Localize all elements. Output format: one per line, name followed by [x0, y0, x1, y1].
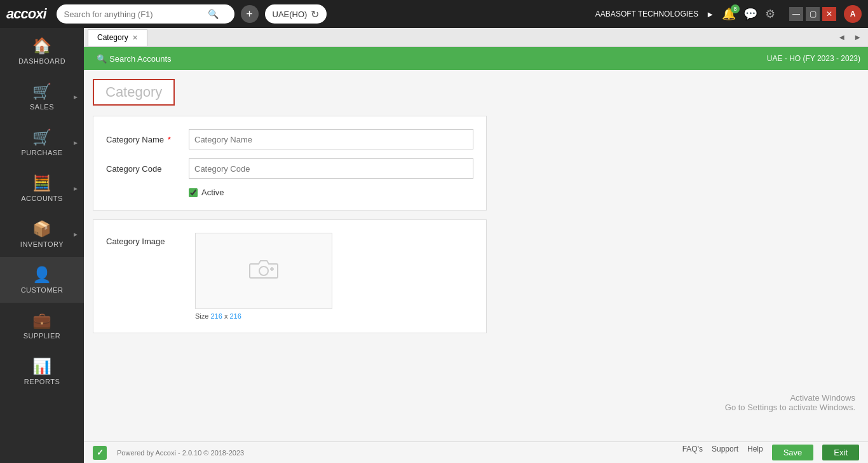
topbar-right: AABASOFT TECHNOLOGIES ► 🔔 8 💬 ⚙ — ▢ ✕ A: [595, 5, 862, 23]
window-controls[interactable]: — ▢ ✕: [789, 7, 836, 21]
footer: ✓ Powered by Accoxi - 2.0.10 © 2018-2023…: [84, 441, 868, 463]
tab-bar: Category ✕ ◄ ►: [84, 28, 868, 47]
image-size-value: 216: [210, 312, 222, 320]
purchase-icon: 🛒: [32, 128, 51, 146]
form-card: Category Name * Category Code Active: [93, 116, 487, 211]
sidebar-item-customer[interactable]: 👤 CUSTOMER: [0, 257, 84, 303]
sidebar-label-reports: REPORTS: [24, 378, 60, 385]
sidebar-item-supplier[interactable]: 💼 SUPPLIER: [0, 303, 84, 349]
page-title-box: Category: [93, 79, 175, 106]
search-box[interactable]: 🔍: [57, 4, 234, 24]
category-code-row: Category Code: [106, 158, 473, 179]
accounts-icon: 🧮: [32, 174, 51, 192]
image-label: Category Image: [106, 233, 182, 246]
save-button[interactable]: Save: [772, 445, 814, 460]
avatar: A: [844, 5, 862, 23]
app-logo: accoxi: [6, 6, 46, 22]
tab-scroll-right-button[interactable]: ►: [851, 31, 864, 43]
sidebar: 🏠 DASHBOARD 🛒 SALES ► 🛒 PURCHASE ► 🧮 ACC…: [0, 28, 84, 463]
maximize-button[interactable]: ▢: [806, 7, 820, 21]
category-name-label: Category Name *: [106, 135, 182, 144]
footer-link-support[interactable]: Support: [712, 445, 738, 460]
chat-icon[interactable]: 💬: [743, 7, 757, 21]
sidebar-label-sales: SALES: [30, 103, 54, 111]
tab-bar-actions: ◄ ►: [835, 31, 864, 43]
sidebar-label-supplier: SUPPLIER: [24, 332, 60, 340]
tab-scroll-left-button[interactable]: ◄: [835, 31, 848, 43]
sidebar-item-inventory[interactable]: 📦 INVENTORY ►: [0, 211, 84, 257]
notification-badge: 8: [731, 4, 740, 13]
active-checkbox[interactable]: [189, 188, 198, 197]
image-size-value2: 216: [229, 312, 241, 320]
topbar: accoxi 🔍 + UAE(HO) ↻ AABASOFT TECHNOLOGI…: [0, 0, 868, 28]
search-accounts-icon: 🔍: [97, 54, 107, 64]
sidebar-label-accounts: ACCOUNTS: [21, 195, 63, 202]
image-row: Category Image: [106, 233, 473, 320]
search-accounts-label: Search Accounts: [109, 54, 172, 64]
required-star: *: [168, 135, 171, 144]
category-name-row: Category Name *: [106, 129, 473, 149]
add-button[interactable]: +: [241, 5, 259, 23]
footer-link-faqs[interactable]: FAQ's: [682, 445, 703, 460]
purchase-arrow-icon: ►: [72, 139, 79, 146]
toolbar: 🔍 Search Accounts UAE - HO (FY 2023 - 20…: [84, 47, 868, 70]
category-code-label: Category Code: [106, 164, 182, 174]
search-accounts-button[interactable]: 🔍 Search Accounts: [92, 52, 177, 66]
tab-category[interactable]: Category ✕: [88, 29, 147, 46]
footer-link-help[interactable]: Help: [747, 445, 763, 460]
image-upload-box[interactable]: [195, 233, 332, 309]
footer-logo: ✓: [93, 446, 107, 460]
footer-links: FAQ's Support Help Save Exit: [682, 445, 859, 460]
sidebar-item-sales[interactable]: 🛒 SALES ►: [0, 74, 84, 120]
sidebar-label-dashboard: DASHBOARD: [18, 57, 65, 65]
tab-category-label: Category: [97, 33, 128, 42]
reports-icon: 📊: [32, 357, 51, 375]
inventory-icon: 📦: [32, 220, 51, 238]
sidebar-item-purchase[interactable]: 🛒 PURCHASE ►: [0, 120, 84, 165]
page-content: Category Category Name * Category Code A…: [84, 70, 868, 441]
image-size-text: Size 216 x 216: [195, 312, 332, 320]
exit-button[interactable]: Exit: [822, 445, 859, 460]
refresh-icon[interactable]: ↻: [311, 8, 319, 20]
sidebar-label-customer: CUSTOMER: [21, 286, 64, 294]
image-upload-icon: [248, 256, 280, 287]
image-card: Category Image: [93, 219, 487, 333]
region-label: UAE(HO): [273, 10, 308, 19]
settings-icon[interactable]: ⚙: [765, 7, 775, 21]
svg-point-0: [259, 266, 268, 275]
footer-powered-by: Powered by Accoxi - 2.0.10 © 2018-2023: [117, 449, 244, 457]
sidebar-item-dashboard[interactable]: 🏠 DASHBOARD: [0, 28, 84, 74]
region-selector[interactable]: UAE(HO) ↻: [265, 4, 327, 24]
page-title: Category: [105, 84, 162, 100]
company-name: AABASOFT TECHNOLOGIES: [595, 10, 698, 18]
category-name-input[interactable]: [189, 129, 473, 149]
dashboard-icon: 🏠: [32, 37, 51, 55]
active-label: Active: [201, 188, 224, 197]
search-icon: 🔍: [208, 9, 219, 19]
search-input[interactable]: [64, 10, 204, 19]
sidebar-item-reports[interactable]: 📊 REPORTS: [0, 349, 84, 394]
customer-icon: 👤: [32, 266, 51, 284]
close-button[interactable]: ✕: [822, 7, 836, 21]
inventory-arrow-icon: ►: [72, 231, 79, 238]
sidebar-label-inventory: INVENTORY: [20, 240, 64, 248]
sidebar-item-accounts[interactable]: 🧮 ACCOUNTS ►: [0, 165, 84, 211]
minimize-button[interactable]: —: [789, 7, 803, 21]
sidebar-label-purchase: PURCHASE: [21, 149, 62, 156]
category-code-input[interactable]: [189, 158, 473, 179]
main-content: Category ✕ ◄ ► 🔍 Search Accounts UAE - H…: [84, 28, 868, 463]
tab-close-icon[interactable]: ✕: [132, 34, 138, 42]
sales-icon: 🛒: [32, 83, 51, 100]
active-row: Active: [189, 188, 473, 197]
supplier-icon: 💼: [32, 312, 51, 329]
accounts-arrow-icon: ►: [72, 185, 79, 192]
toolbar-region-info: UAE - HO (FY 2023 - 2023): [767, 54, 860, 63]
sales-arrow-icon: ►: [72, 93, 79, 100]
